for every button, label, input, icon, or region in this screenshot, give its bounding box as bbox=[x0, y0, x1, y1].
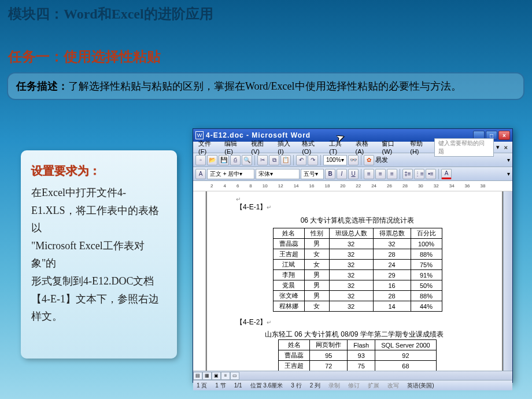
read-icon[interactable]: 👓 bbox=[348, 155, 359, 165]
status-position: 位置 3.6厘米 bbox=[250, 382, 283, 390]
task-subtitle: 任务一：使用选择性粘贴 bbox=[8, 47, 161, 66]
vertical-ruler[interactable] bbox=[193, 191, 206, 371]
marker-4e2: 【4-E-2】↵ bbox=[236, 317, 479, 327]
menu-view[interactable]: 视图(V) bbox=[248, 138, 274, 156]
help-search-box[interactable]: 键入需要帮助的问题 bbox=[434, 138, 494, 157]
bullets-icon[interactable]: •≡ bbox=[426, 169, 436, 179]
toolbar-more-icon[interactable]: ▾ bbox=[507, 157, 510, 163]
new-doc-icon[interactable]: ▫ bbox=[195, 155, 206, 165]
menu-edit[interactable]: 编辑(E) bbox=[221, 138, 247, 156]
table-row: 曹晶蕊959392 bbox=[279, 350, 437, 361]
vertical-scrollbar[interactable] bbox=[503, 191, 512, 371]
status-column: 2 列 bbox=[310, 382, 320, 390]
paste-icon[interactable]: 📋 bbox=[280, 155, 291, 165]
yifa-icon[interactable]: ✿ bbox=[364, 155, 374, 165]
table-row: 程林娜女321444% bbox=[273, 301, 442, 312]
size-select[interactable]: 五号 ▾ bbox=[301, 169, 324, 179]
module-title: 模块四：Word和Excel的进阶应用 bbox=[8, 5, 213, 23]
table-header: 性别 bbox=[304, 228, 329, 239]
table-row: 王吉超女322888% bbox=[273, 249, 442, 260]
table-row: 张文峰男322888% bbox=[273, 291, 442, 301]
status-ext: 扩展 bbox=[368, 382, 379, 390]
menu-bar: 文件(F) 编辑(E) 视图(V) 插入(I) 格式(O) 工具(T) 表格(A… bbox=[193, 142, 512, 153]
numbering-icon[interactable]: ⋮≡ bbox=[414, 169, 424, 179]
menu-table[interactable]: 表格(A) bbox=[353, 138, 378, 156]
table-header: 姓名 bbox=[273, 228, 304, 239]
toolbar2-more-icon[interactable]: ▾ bbox=[507, 171, 510, 177]
table1-title: 06 大专计算机竞选班干部情况统计表 bbox=[236, 216, 479, 226]
table-row: 王吉超727568 bbox=[279, 361, 437, 371]
status-ovr: 改写 bbox=[387, 382, 399, 390]
desc-label: 任务描述： bbox=[16, 80, 68, 92]
status-line: 3 行 bbox=[291, 382, 301, 390]
table-row: 李翔男322991% bbox=[273, 270, 442, 280]
style-select[interactable]: 正文 + 居中 ▾ bbox=[207, 169, 254, 179]
table-header: 班级总人数 bbox=[329, 228, 373, 239]
req-heading: 设置要求为： bbox=[31, 161, 167, 180]
menu-chevron-icon[interactable]: ▾ bbox=[495, 143, 501, 151]
marker-4e1: 【4-E-1】↵ bbox=[236, 202, 479, 212]
cut-icon[interactable]: ✂ bbox=[257, 155, 268, 165]
paragraph-mark: ↵ bbox=[236, 196, 479, 202]
print-view-icon[interactable]: ▣ bbox=[212, 372, 221, 380]
table-header: 百分比 bbox=[411, 228, 442, 239]
open-icon[interactable]: 📂 bbox=[207, 155, 217, 165]
print-icon[interactable]: ⎙ bbox=[230, 155, 241, 165]
font-color-icon[interactable]: A bbox=[441, 169, 452, 179]
status-bar: 1 页 1 节 1/1 位置 3.6厘米 3 行 2 列 录制 修订 扩展 改写… bbox=[193, 380, 512, 390]
status-rev: 修订 bbox=[348, 382, 360, 390]
align-center-icon[interactable]: ≡ bbox=[375, 169, 386, 179]
italic-button[interactable]: I bbox=[337, 169, 347, 179]
font-select[interactable]: 宋体 ▾ bbox=[256, 169, 300, 179]
table-header: 姓名 bbox=[279, 340, 310, 350]
document-page[interactable]: ↵ 【4-E-1】↵ 06 大专计算机竞选班干部情况统计表 姓名性别班级总人数得… bbox=[207, 191, 502, 371]
bold-button[interactable]: B bbox=[325, 169, 335, 179]
outline-view-icon[interactable]: ≡ bbox=[221, 372, 230, 380]
req-body: 在Excel中打开文件4-E1.XLS，将工作表中的表格以"Microsoft … bbox=[31, 184, 167, 326]
close-button[interactable]: × bbox=[498, 131, 510, 140]
web-view-icon[interactable]: ▦ bbox=[202, 372, 212, 380]
menu-help[interactable]: 帮助(H) bbox=[407, 138, 433, 156]
horizontal-scrollbar[interactable]: ▤ ▦ ▣ ≡ ▭ bbox=[193, 371, 512, 380]
copy-icon[interactable]: ⧉ bbox=[269, 155, 279, 165]
desc-text: 了解选择性粘贴与粘贴的区别，掌握在Word/Excel中使用选择性粘贴的必要性与… bbox=[68, 80, 461, 92]
table-header: 网页制作 bbox=[310, 340, 348, 350]
menu-format[interactable]: 格式(O) bbox=[299, 138, 325, 156]
table-header: Flash bbox=[348, 340, 375, 350]
preview-icon[interactable]: 🔍 bbox=[242, 155, 252, 165]
status-section: 1 节 bbox=[215, 382, 226, 390]
redo-icon[interactable]: ↷ bbox=[308, 155, 318, 165]
formatting-toolbar: A 正文 + 居中 ▾ 宋体 ▾ 五号 ▾ B I U ≡ ≡ ≡ ‡≡ ⋮≡ … bbox=[193, 167, 512, 181]
line-spacing-icon[interactable]: ‡≡ bbox=[402, 169, 413, 179]
align-right-icon[interactable]: ≡ bbox=[387, 169, 397, 179]
horizontal-ruler[interactable]: 2468101214161820222426283032343638 bbox=[193, 181, 512, 191]
status-lang: 英语(美国) bbox=[407, 382, 434, 390]
status-page: 1 页 bbox=[197, 382, 207, 390]
menu-insert[interactable]: 插入(I) bbox=[275, 138, 298, 156]
undo-icon[interactable]: ↶ bbox=[296, 155, 306, 165]
read-view-icon[interactable]: ▭ bbox=[230, 372, 239, 380]
table2-title: 山东轻工 06 大专计算机 08/09 学年第二学期专业课成绩表 bbox=[265, 330, 479, 339]
yifa-label[interactable]: 易发 bbox=[375, 156, 388, 164]
task-description-box: 任务描述：了解选择性粘贴与粘贴的区别，掌握在Word/Excel中使用选择性粘贴… bbox=[7, 72, 524, 100]
status-rec: 录制 bbox=[328, 382, 340, 390]
word-window: W 4-E12.doc - Microsoft Word _ □ × 文件(F)… bbox=[193, 128, 513, 383]
table-row: 党晨男321650% bbox=[273, 280, 442, 291]
table2: 姓名网页制作FlashSQL Server 2000曹晶蕊959392王吉超72… bbox=[278, 339, 437, 371]
align-left-icon[interactable]: ≡ bbox=[364, 169, 374, 179]
underline-button[interactable]: U bbox=[348, 169, 359, 179]
zoom-select[interactable]: 100% ▾ bbox=[323, 155, 347, 165]
requirements-box: 设置要求为： 在Excel中打开文件4-E1.XLS，将工作表中的表格以"Mic… bbox=[21, 150, 177, 359]
status-pages: 1/1 bbox=[234, 382, 242, 389]
style-icon[interactable]: A bbox=[195, 169, 206, 179]
table1: 姓名性别班级总人数得票总数百分比曹晶蕊男3232100%王吉超女322888%江… bbox=[273, 228, 442, 312]
table-header: SQL Server 2000 bbox=[375, 340, 437, 350]
doc-close-button[interactable]: × bbox=[502, 144, 510, 151]
table-row: 曹晶蕊男3232100% bbox=[273, 239, 442, 249]
normal-view-icon[interactable]: ▤ bbox=[193, 372, 202, 380]
table-header: 得票总数 bbox=[373, 228, 411, 239]
menu-window[interactable]: 窗口(W) bbox=[379, 138, 406, 156]
save-icon[interactable]: 💾 bbox=[219, 155, 229, 165]
menu-file[interactable]: 文件(F) bbox=[195, 138, 220, 156]
document-area: ↵ 【4-E-1】↵ 06 大专计算机竞选班干部情况统计表 姓名性别班级总人数得… bbox=[193, 191, 512, 371]
